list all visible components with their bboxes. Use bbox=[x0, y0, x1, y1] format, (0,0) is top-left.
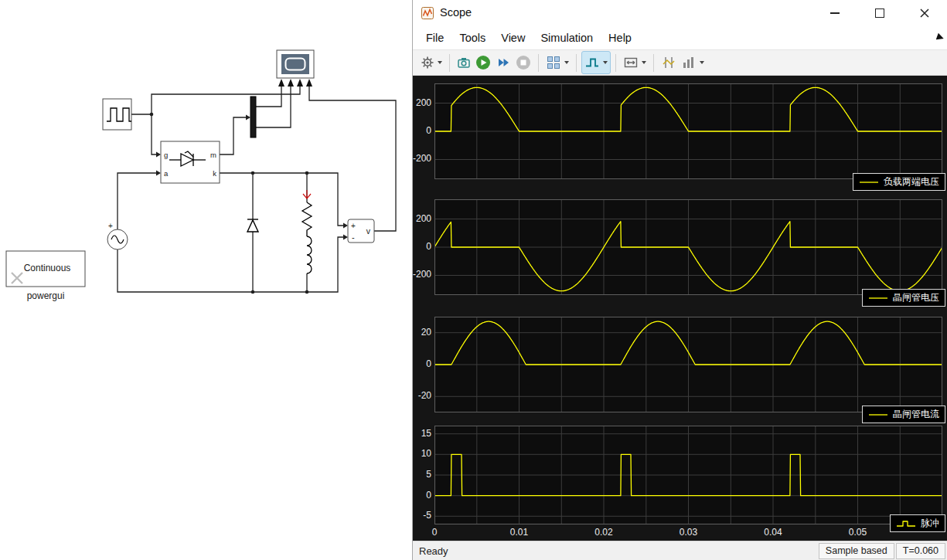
title-bar: Scope bbox=[413, 0, 947, 26]
status-sim-time: T=0.060 bbox=[896, 543, 945, 559]
chevron-down-icon bbox=[642, 61, 646, 64]
layout-button[interactable] bbox=[543, 52, 571, 73]
signal-statistics-icon bbox=[681, 55, 697, 70]
minimize-icon bbox=[830, 12, 840, 14]
toolbar-separator bbox=[615, 54, 616, 72]
window-title: Scope bbox=[440, 6, 472, 19]
chevron-down-icon bbox=[700, 61, 704, 64]
x-tick-label: 0.03 bbox=[673, 527, 704, 538]
scope-plot-thyristor-voltage[interactable] bbox=[434, 199, 942, 295]
legend-label: 负载两端电压 bbox=[884, 175, 939, 188]
scope-plot-thyristor-current[interactable] bbox=[434, 317, 942, 412]
settings-button[interactable] bbox=[418, 52, 445, 73]
y-tick-label: -200 bbox=[413, 269, 431, 280]
toolbar-separator bbox=[653, 54, 654, 72]
port-label-g: g bbox=[164, 151, 168, 159]
inductor-icon bbox=[307, 236, 312, 273]
menu-tools[interactable]: Tools bbox=[451, 32, 493, 44]
y-tick-label: 0 bbox=[413, 358, 431, 369]
menu-overflow-icon[interactable] bbox=[936, 31, 945, 45]
legend-thyristor-voltage[interactable]: 晶闸管电压 bbox=[862, 289, 945, 307]
legend-label: 脉冲 bbox=[921, 517, 939, 530]
menu-view[interactable]: View bbox=[493, 32, 533, 44]
menu-simulation[interactable]: Simulation bbox=[533, 32, 601, 44]
snapshot-button[interactable] bbox=[455, 52, 473, 73]
screen: g a m k bbox=[0, 0, 947, 560]
layout-grid-icon bbox=[546, 55, 561, 70]
cursor-measurements-icon bbox=[661, 55, 676, 70]
legend-thyristor-current[interactable]: 晶闸管电流 bbox=[862, 406, 945, 423]
vm-plus-label: + bbox=[351, 222, 356, 230]
status-sample-mode: Sample based bbox=[819, 543, 894, 559]
stop-icon bbox=[516, 55, 531, 70]
step-forward-icon bbox=[496, 55, 511, 70]
legend-sample-step-icon bbox=[896, 519, 916, 528]
y-tick-label: 15 bbox=[413, 428, 431, 439]
x-tick-label: 0.05 bbox=[843, 527, 874, 538]
thyristor-block[interactable]: g a m k bbox=[161, 141, 220, 183]
demux-block[interactable] bbox=[250, 97, 256, 137]
legend-sample-line-icon bbox=[868, 294, 888, 303]
wire-junctions bbox=[150, 113, 309, 294]
chevron-down-icon bbox=[438, 61, 442, 64]
legend-label: 晶闸管电流 bbox=[893, 408, 939, 421]
chevron-down-icon bbox=[603, 61, 608, 64]
span-button[interactable] bbox=[621, 52, 649, 73]
step-forward-button[interactable] bbox=[493, 52, 513, 73]
scope-plot-load-voltage[interactable] bbox=[434, 83, 942, 179]
y-tick-label: 20 bbox=[413, 327, 431, 338]
pulse-generator-block[interactable] bbox=[103, 99, 131, 130]
legend-load-voltage[interactable]: 负载两端电压 bbox=[853, 173, 945, 191]
current-arrow-icon bbox=[303, 190, 311, 199]
diode-block[interactable] bbox=[247, 219, 258, 232]
stop-button[interactable] bbox=[513, 52, 533, 73]
toolbar bbox=[413, 49, 947, 76]
trigger-icon bbox=[584, 55, 600, 70]
simulink-canvas: g a m k bbox=[0, 0, 412, 560]
scope-input-ports bbox=[278, 79, 312, 87]
voltage-measurement-block[interactable]: + - v bbox=[348, 219, 374, 243]
legend-sample-line-icon bbox=[859, 178, 879, 187]
powergui-name-label: powergui bbox=[27, 290, 65, 301]
signal-statistics-button[interactable] bbox=[679, 52, 707, 73]
x-tick-label: 0.02 bbox=[588, 527, 619, 538]
gear-icon bbox=[421, 56, 434, 70]
maximize-button[interactable] bbox=[857, 0, 902, 26]
vm-minus-label: - bbox=[352, 232, 355, 242]
scope-window-icon bbox=[421, 7, 434, 22]
legend-pulse[interactable]: 脉冲 bbox=[890, 514, 945, 532]
scope-plot-area: 2000-200负载两端电压2000-200晶闸管电压200-20晶闸管电流15… bbox=[413, 76, 947, 541]
y-tick-label: 0 bbox=[413, 125, 431, 136]
chevron-down-icon bbox=[564, 61, 569, 64]
run-button[interactable] bbox=[473, 52, 493, 73]
x-tick-label: 0 bbox=[419, 527, 450, 538]
scope-plot-pulse[interactable] bbox=[434, 426, 942, 524]
maximize-icon bbox=[875, 8, 884, 18]
y-tick-label: 5 bbox=[413, 469, 431, 480]
legend-sample-line-icon bbox=[868, 410, 888, 419]
scope-block[interactable] bbox=[277, 50, 314, 78]
toolbar-separator bbox=[576, 54, 577, 72]
toolbar-separator bbox=[538, 54, 539, 72]
trigger-button[interactable] bbox=[581, 51, 611, 74]
powergui-block[interactable]: Continuous bbox=[6, 251, 85, 287]
y-tick-label: 200 bbox=[413, 213, 431, 224]
close-icon bbox=[920, 8, 929, 18]
status-ready: Ready bbox=[413, 545, 819, 557]
menu-help[interactable]: Help bbox=[601, 32, 639, 44]
cursor-measurements-button[interactable] bbox=[659, 52, 679, 73]
minimize-button[interactable] bbox=[812, 0, 857, 26]
menu-bar: File Tools View Simulation Help bbox=[413, 26, 947, 49]
play-icon bbox=[475, 55, 491, 70]
span-x-icon bbox=[623, 55, 639, 70]
y-tick-label: 10 bbox=[413, 448, 431, 459]
source-plus-label: + bbox=[108, 222, 113, 230]
series-rl-branch[interactable] bbox=[302, 190, 312, 273]
menu-file[interactable]: File bbox=[418, 32, 451, 44]
x-tick-label: 0.04 bbox=[758, 527, 789, 538]
port-label-m: m bbox=[210, 151, 216, 159]
status-bar: Ready Sample based T=0.060 bbox=[413, 541, 947, 560]
y-tick-label: 200 bbox=[413, 97, 431, 108]
y-tick-label: 0 bbox=[413, 490, 431, 501]
close-button[interactable] bbox=[902, 0, 947, 26]
